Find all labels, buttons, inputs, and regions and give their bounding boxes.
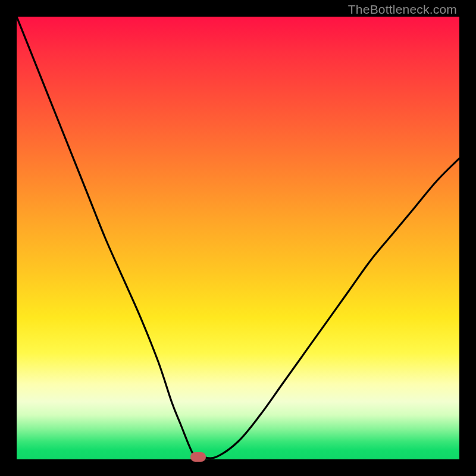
- chart-frame: TheBottleneck.com: [0, 0, 476, 476]
- plot-area: [17, 17, 459, 459]
- optimal-point-marker: [190, 452, 206, 462]
- watermark-text: TheBottleneck.com: [348, 2, 457, 17]
- bottleneck-curve: [17, 17, 459, 459]
